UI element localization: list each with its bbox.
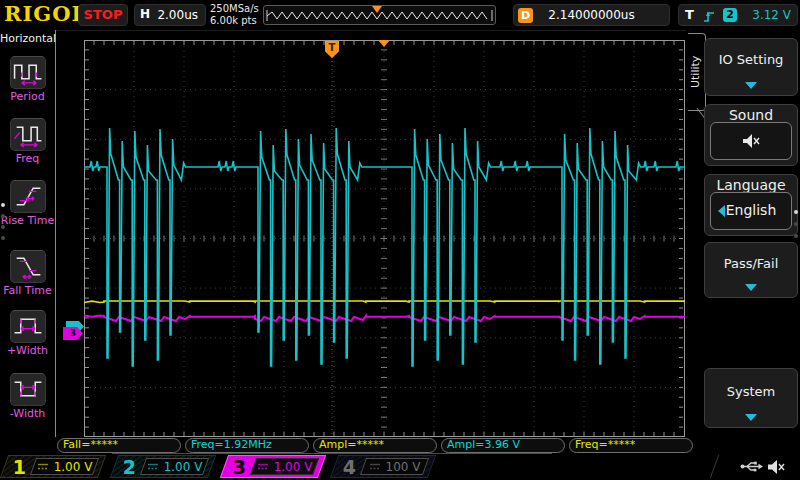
- menu-item-fall-time[interactable]: Fall Time: [0, 250, 55, 297]
- channel4-button[interactable]: 4 100 V: [330, 455, 436, 478]
- channel-bar: 1 1.00 V 2 1.00 V: [0, 453, 800, 480]
- menu-item-rise-time[interactable]: Rise Time: [0, 180, 55, 227]
- chevron-down-icon: [745, 284, 757, 291]
- trigger-slope-icon: [702, 9, 718, 24]
- delay-value: 2.14000000us: [514, 8, 669, 22]
- h-label: H: [140, 7, 150, 21]
- ch1-trace: [84, 301, 685, 303]
- chevron-down-icon: [745, 82, 757, 89]
- speaker-muted-icon: [766, 458, 788, 476]
- timebase-value: 2.00us: [157, 8, 198, 22]
- channel3-number: 3: [233, 456, 246, 479]
- chevron-left-icon: [718, 205, 725, 217]
- t-label: T: [685, 7, 694, 22]
- menu-item-label: Freq: [0, 152, 55, 165]
- menu-item-period[interactable]: Period: [0, 56, 55, 103]
- language-value-box: English: [710, 192, 792, 230]
- plus-width-icon: [10, 310, 46, 343]
- system-button[interactable]: System: [704, 368, 798, 428]
- rise-time-icon: [10, 180, 46, 213]
- language-label: Language: [705, 177, 797, 193]
- memory-depth: 6.00k pts: [210, 15, 259, 27]
- system-label: System: [705, 384, 797, 399]
- rigol-logo: RIGOL: [4, 1, 87, 26]
- status-bar: RIGOL STOP H 2.00us 250MSa/s 6.00k pts D…: [0, 0, 800, 31]
- waveform-preview[interactable]: [263, 5, 496, 25]
- menu-item-label: Fall Time: [0, 284, 55, 297]
- period-icon: [10, 56, 46, 89]
- fall-time-icon: [10, 250, 46, 283]
- channel4-scale: 100 V: [386, 460, 421, 474]
- sound-button[interactable]: Sound: [704, 104, 798, 166]
- channel2-button[interactable]: 2 1.00 V: [110, 455, 216, 478]
- left-menu-panel: Horizontal Period Freq Rise Time: [0, 30, 56, 437]
- freq-icon: [10, 118, 46, 151]
- dc-coupling-icon: [37, 462, 49, 471]
- channel2-number: 2: [123, 456, 136, 479]
- trigger-source-badge: 2: [723, 8, 737, 22]
- minus-width-icon: [10, 373, 46, 406]
- sample-rate: 250MSa/s: [210, 3, 259, 15]
- right-menu-page-dots: [794, 202, 798, 246]
- menu-item-label: +Width: [0, 344, 55, 357]
- channel1-value-box: 1.00 V: [30, 458, 99, 475]
- menu-item-label: Period: [0, 90, 55, 103]
- left-menu-page-dots: [1, 196, 5, 247]
- channel-bar-separator: [710, 455, 719, 478]
- measurement-freq2[interactable]: Freq=1.92MHz: [185, 438, 309, 453]
- dc-coupling-icon: [147, 462, 159, 471]
- channel4-number: 4: [343, 456, 356, 479]
- grid-lines: [85, 41, 685, 437]
- channel3-scale: 1.00 V: [274, 460, 313, 474]
- speaker-muted-icon: [740, 131, 762, 151]
- measurement-ampl2[interactable]: Ampl=3.96 V: [441, 438, 565, 453]
- measurement-fall[interactable]: Fall=*****: [57, 438, 181, 453]
- run-state-indicator[interactable]: STOP: [78, 4, 128, 26]
- pass-fail-button[interactable]: Pass/Fail: [704, 242, 798, 298]
- trigger-box[interactable]: T 2 3.12 V: [678, 4, 798, 26]
- sound-value-box: [710, 122, 792, 160]
- selected-channel-line: [112, 453, 552, 454]
- graticule: [84, 40, 685, 438]
- delay-box[interactable]: D 2.14000000us: [513, 4, 670, 26]
- io-setting-label: IO Setting: [705, 52, 797, 67]
- right-menu-panel: Utility IO Setting Sound Language Englis…: [686, 30, 800, 480]
- menu-item-freq[interactable]: Freq: [0, 118, 55, 165]
- oscilloscope-screen: RIGOL STOP H 2.00us 250MSa/s 6.00k pts D…: [0, 0, 800, 480]
- measurement-freq1[interactable]: Freq=*****: [569, 438, 693, 453]
- language-button[interactable]: Language English: [704, 174, 798, 236]
- channel1-button[interactable]: 1 1.00 V: [0, 455, 106, 478]
- channel3-value-box: 1.00 V: [250, 458, 319, 475]
- io-setting-button[interactable]: IO Setting: [704, 38, 798, 96]
- usb-icon: [740, 459, 764, 474]
- acquisition-info: 250MSa/s 6.00k pts: [210, 3, 259, 27]
- dc-coupling-icon: [257, 462, 269, 471]
- sound-label: Sound: [705, 107, 797, 123]
- channel1-number: 1: [13, 456, 26, 479]
- dc-coupling-icon: [369, 462, 381, 471]
- chevron-down-icon: [745, 414, 757, 421]
- measurement-ampl1[interactable]: Ampl=*****: [313, 438, 437, 453]
- trigger-level-value: 3.12 V: [752, 8, 791, 22]
- channel1-scale: 1.00 V: [54, 460, 93, 474]
- channel2-scale: 1.00 V: [164, 460, 203, 474]
- left-menu-title: Horizontal: [0, 32, 55, 45]
- menu-item-plus-width[interactable]: +Width: [0, 310, 55, 357]
- channel2-value-box: 1.00 V: [140, 458, 209, 475]
- horizontal-timebase-box[interactable]: H 2.00us: [134, 4, 206, 26]
- pass-fail-label: Pass/Fail: [705, 256, 797, 271]
- menu-item-label: -Width: [0, 407, 55, 420]
- channel3-button[interactable]: 3 1.00 V: [220, 455, 326, 478]
- channel4-value-box: 100 V: [360, 458, 429, 475]
- menu-item-minus-width[interactable]: -Width: [0, 373, 55, 420]
- menu-item-label: Rise Time: [0, 214, 55, 227]
